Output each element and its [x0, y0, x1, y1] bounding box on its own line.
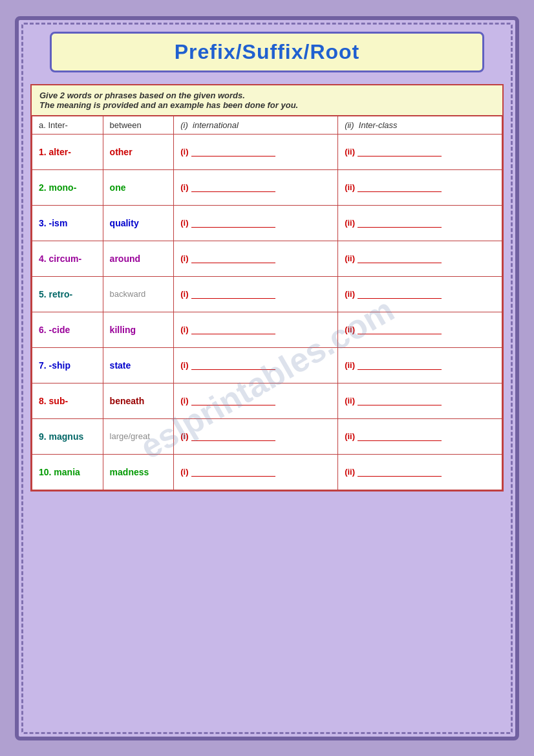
answer-i-cell: (i) — [174, 383, 338, 418]
meaning-cell: one — [103, 169, 174, 205]
table-row: 1. alter- other (i) (ii) — [32, 134, 502, 169]
table-row: 3. -ism quality (i) (ii) — [32, 205, 502, 241]
table-row: 7. -ship state (i) (ii) — [32, 347, 502, 383]
answer-ii-cell: (ii) — [338, 134, 502, 169]
answer-i-cell: (i) — [174, 134, 338, 169]
instruction-line1: Give 2 words or phrases based on the giv… — [39, 91, 495, 100]
header-example-i: (i) international — [174, 116, 338, 134]
page-container: Prefix/Suffix/Root Give 2 words or phras… — [15, 16, 519, 740]
table-row: 6. -cide killing (i) (ii) — [32, 312, 502, 347]
worksheet-table: a. Inter- between (i) international (ii)… — [32, 116, 502, 490]
answer-ii-cell: (ii) — [338, 418, 502, 454]
header-prefix: a. Inter- — [32, 116, 103, 134]
prefix-cell: 10. mania — [32, 454, 103, 490]
meaning-cell: other — [103, 134, 174, 169]
prefix-cell: 9. magnus — [32, 418, 103, 454]
answer-ii-cell: (ii) — [338, 347, 502, 383]
answer-i-cell: (i) — [174, 454, 338, 490]
answer-i-cell: (i) — [174, 418, 338, 454]
meaning-cell: large/great — [103, 418, 174, 454]
header-meaning: between — [103, 116, 174, 134]
meaning-cell: backward — [103, 276, 174, 312]
table-header-row: a. Inter- between (i) international (ii)… — [32, 116, 502, 134]
answer-ii-cell: (ii) — [338, 241, 502, 276]
prefix-cell: 8. sub- — [32, 383, 103, 418]
meaning-cell: quality — [103, 205, 174, 241]
prefix-cell: 6. -cide — [32, 312, 103, 347]
prefix-cell: 5. retro- — [32, 276, 103, 312]
table-row: 9. magnus large/great (i) (ii) — [32, 418, 502, 454]
main-content: Give 2 words or phrases based on the giv… — [30, 84, 504, 491]
meaning-cell: madness — [103, 454, 174, 490]
answer-i-cell: (i) — [174, 205, 338, 241]
instructions: Give 2 words or phrases based on the giv… — [32, 85, 502, 116]
answer-ii-cell: (ii) — [338, 205, 502, 241]
title-box: Prefix/Suffix/Root — [50, 32, 484, 72]
answer-ii-cell: (ii) — [338, 169, 502, 205]
answer-i-cell: (i) — [174, 241, 338, 276]
prefix-cell: 4. circum- — [32, 241, 103, 276]
table-row: 2. mono- one (i) (ii) — [32, 169, 502, 205]
meaning-cell: beneath — [103, 383, 174, 418]
instruction-line2: The meaning is provided and an example h… — [39, 100, 495, 110]
header-example-ii: (ii) Inter-class — [338, 116, 502, 134]
table-row: 8. sub- beneath (i) (ii) — [32, 383, 502, 418]
prefix-cell: 3. -ism — [32, 205, 103, 241]
answer-ii-cell: (ii) — [338, 383, 502, 418]
answer-ii-cell: (ii) — [338, 454, 502, 490]
meaning-cell: state — [103, 347, 174, 383]
answer-ii-cell: (ii) — [338, 312, 502, 347]
meaning-cell: around — [103, 241, 174, 276]
table-row: 10. mania madness (i) (ii) — [32, 454, 502, 490]
answer-i-cell: (i) — [174, 312, 338, 347]
meaning-cell: killing — [103, 312, 174, 347]
page-title: Prefix/Suffix/Root — [65, 40, 469, 64]
prefix-cell: 2. mono- — [32, 169, 103, 205]
prefix-cell: 7. -ship — [32, 347, 103, 383]
prefix-cell: 1. alter- — [32, 134, 103, 169]
table-row: 5. retro- backward (i) (ii) — [32, 276, 502, 312]
answer-i-cell: (i) — [174, 347, 338, 383]
answer-i-cell: (i) — [174, 169, 338, 205]
answer-i-cell: (i) — [174, 276, 338, 312]
table-row: 4. circum- around (i) (ii) — [32, 241, 502, 276]
answer-ii-cell: (ii) — [338, 276, 502, 312]
